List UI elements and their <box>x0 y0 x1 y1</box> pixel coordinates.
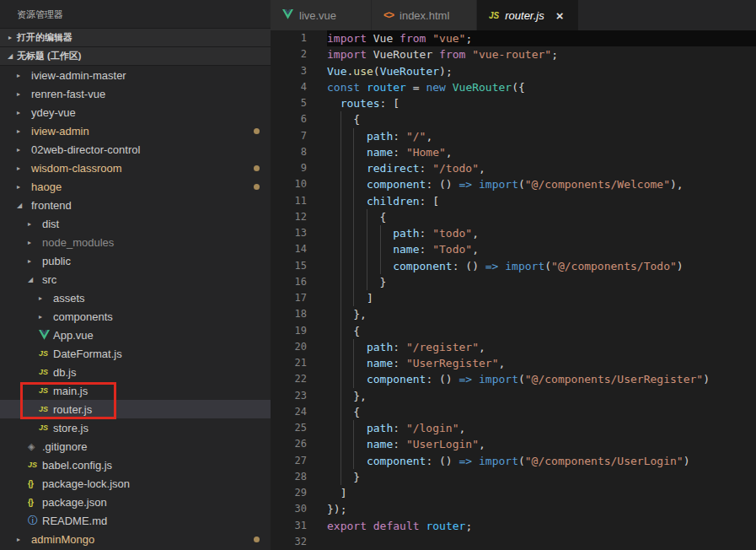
tree-file-babel.config.js[interactable]: JSbabel.config.js <box>0 456 271 474</box>
tab-index.html[interactable]: <>index.html <box>372 0 476 30</box>
line-number[interactable]: 21 <box>271 355 327 371</box>
tree-file-db.js[interactable]: JSdb.js <box>0 363 271 381</box>
code-line-content[interactable]: { <box>327 209 756 225</box>
code-line-content[interactable]: redirect: "/todo", <box>327 160 756 176</box>
tree-folder-public[interactable]: ▸public <box>0 251 271 270</box>
section-workspace[interactable]: ◢ 无标题 (工作区) <box>0 46 271 65</box>
tree-file-package.json[interactable]: {}package.json <box>0 493 271 511</box>
code-line-content[interactable]: } <box>327 274 756 290</box>
code-line-content[interactable]: component: () => import("@/components/To… <box>327 258 756 274</box>
line-number[interactable]: 20 <box>271 339 327 355</box>
code-line-content[interactable]: name: "Home", <box>327 144 756 160</box>
line-number[interactable]: 13 <box>271 225 327 241</box>
tree-folder-renren-fast-vue[interactable]: ▸renren-fast-vue <box>0 84 271 103</box>
code-line-content[interactable]: export default router; <box>327 518 756 534</box>
tree-folder-iview-admin-master[interactable]: ▸iview-admin-master <box>0 66 271 84</box>
tree-folder-02web-director-control[interactable]: ▸02web-director-control <box>0 140 271 159</box>
code-line-content[interactable]: Vue.use(VueRouter); <box>327 63 756 79</box>
tab-live.vue[interactable]: live.vue <box>271 0 371 30</box>
line-number[interactable]: 10 <box>271 176 327 192</box>
tree-folder-dist[interactable]: ▸dist <box>0 214 271 233</box>
line-number[interactable]: 23 <box>271 388 327 404</box>
line-number[interactable]: 31 <box>271 518 327 534</box>
tree-folder-frontend[interactable]: ◢frontend <box>0 196 271 214</box>
code-line-content[interactable]: path: "/login", <box>327 420 756 436</box>
line-number[interactable]: 1 <box>271 30 327 46</box>
tree-file-main.js[interactable]: JSmain.js <box>0 381 271 400</box>
line-number[interactable]: 22 <box>271 371 327 387</box>
line-number[interactable]: 27 <box>271 453 327 469</box>
line-number[interactable]: 25 <box>271 420 327 436</box>
line-number[interactable]: 29 <box>271 485 327 501</box>
tree-file-.gitignore[interactable]: ◈.gitignore <box>0 437 271 456</box>
close-icon[interactable]: × <box>556 8 564 23</box>
code-line-content[interactable]: { <box>327 111 756 127</box>
tree-file-DateFormat.js[interactable]: JSDateFormat.js <box>0 344 271 363</box>
code-editor[interactable]: 1import Vue from "vue";2import VueRouter… <box>271 30 756 550</box>
tree-item-label: store.js <box>53 422 88 434</box>
code-line-content[interactable]: path: "todo", <box>327 225 756 241</box>
line-number[interactable]: 32 <box>271 534 327 550</box>
line-number[interactable]: 14 <box>271 241 327 257</box>
code-line-content[interactable]: { <box>327 404 756 420</box>
line-number[interactable]: 5 <box>271 95 327 111</box>
code-line-content[interactable]: { <box>327 323 756 339</box>
code-line-content[interactable]: component: () => import("@/components/We… <box>327 176 756 192</box>
code-line-content[interactable] <box>327 534 756 550</box>
line-number[interactable]: 16 <box>271 274 327 290</box>
code-line-content[interactable]: ] <box>327 485 756 501</box>
line-number[interactable]: 11 <box>271 193 327 209</box>
code-line-content[interactable]: children: [ <box>327 193 756 209</box>
code-line-content[interactable]: name: "Todo", <box>327 241 756 257</box>
section-open-editors[interactable]: ▸ 打开的编辑器 <box>0 28 271 46</box>
code-line-content[interactable]: component: () => import("@/components/Us… <box>327 371 756 387</box>
line-number[interactable]: 17 <box>271 290 327 306</box>
code-line-content[interactable]: } <box>327 469 756 485</box>
tree-folder-ydey-vue[interactable]: ▸ydey-vue <box>0 103 271 121</box>
code-line-content[interactable]: path: "/register", <box>327 339 756 355</box>
tree-folder-src[interactable]: ◢src <box>0 270 271 288</box>
line-number[interactable]: 7 <box>271 128 327 144</box>
code-line-content[interactable]: import Vue from "vue"; <box>327 30 756 46</box>
tree-folder-wisdom-classroom[interactable]: ▸wisdom-classroom <box>0 159 271 177</box>
code-line-content[interactable]: ] <box>327 290 756 306</box>
code-line-content[interactable]: }, <box>327 306 756 322</box>
tree-folder-assets[interactable]: ▸assets <box>0 288 271 307</box>
tree-folder-adminMongo[interactable]: ▸adminMongo <box>0 530 271 548</box>
line-number[interactable]: 8 <box>271 144 327 160</box>
line-number[interactable]: 6 <box>271 111 327 127</box>
code-line-content[interactable]: path: "/", <box>327 128 756 144</box>
tree-item-label: src <box>42 273 56 286</box>
line-number[interactable]: 26 <box>271 436 327 452</box>
tree-file-router.js[interactable]: JSrouter.js <box>0 400 271 418</box>
tab-router.js[interactable]: JSrouter.js× <box>477 0 578 30</box>
code-line-content[interactable]: import VueRouter from "vue-router"; <box>327 46 756 62</box>
code-line-content[interactable]: }); <box>327 501 756 517</box>
line-number[interactable]: 12 <box>271 209 327 225</box>
line-number[interactable]: 24 <box>271 404 327 420</box>
code-line-content[interactable]: }, <box>327 388 756 404</box>
line-number[interactable]: 3 <box>271 63 327 79</box>
line-number[interactable]: 30 <box>271 501 327 517</box>
code-line-content[interactable]: component: () => import("@/components/Us… <box>327 453 756 469</box>
tree-folder-iview-admin[interactable]: ▸iview-admin <box>0 121 271 140</box>
line-number[interactable]: 9 <box>271 160 327 176</box>
code-line-content[interactable]: name: "UserLogin", <box>327 436 756 452</box>
tree-file-README.md[interactable]: ⓘREADME.md <box>0 511 271 530</box>
tree-item-label: node_modules <box>42 236 114 249</box>
tree-file-store.js[interactable]: JSstore.js <box>0 418 271 437</box>
tree-folder-node_modules[interactable]: ▸node_modules <box>0 233 271 251</box>
line-number[interactable]: 15 <box>271 258 327 274</box>
code-line-content[interactable]: routes: [ <box>327 95 756 111</box>
line-number[interactable]: 2 <box>271 46 327 62</box>
tree-file-App.vue[interactable]: App.vue <box>0 326 271 344</box>
tree-folder-haoge[interactable]: ▸haoge <box>0 177 271 196</box>
line-number[interactable]: 18 <box>271 306 327 322</box>
line-number[interactable]: 28 <box>271 469 327 485</box>
line-number[interactable]: 19 <box>271 323 327 339</box>
code-line-content[interactable]: name: "UserRegister", <box>327 355 756 371</box>
tree-file-package-lock.json[interactable]: {}package-lock.json <box>0 474 271 493</box>
code-line-content[interactable]: const router = new VueRouter({ <box>327 79 756 95</box>
line-number[interactable]: 4 <box>271 79 327 95</box>
tree-folder-components[interactable]: ▸components <box>0 307 271 326</box>
